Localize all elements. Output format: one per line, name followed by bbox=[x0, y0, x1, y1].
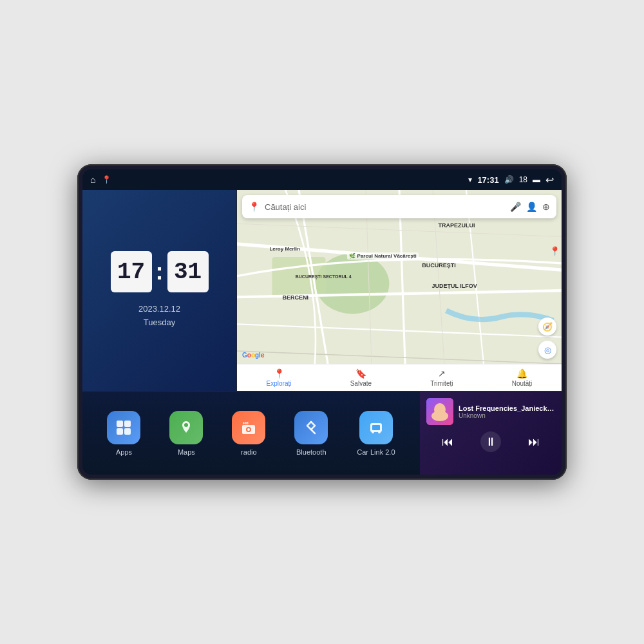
apps-icon bbox=[107, 411, 140, 444]
maps-icon-small: 📍 bbox=[249, 202, 260, 212]
carlink-label: Car Link 2.0 bbox=[357, 448, 395, 456]
app-item-maps[interactable]: Maps bbox=[169, 411, 203, 456]
clock-minutes: 31 bbox=[167, 251, 209, 292]
status-left-icons: ⌂ 📍 bbox=[90, 175, 111, 185]
svg-point-28 bbox=[431, 411, 448, 421]
svg-rect-15 bbox=[117, 428, 123, 435]
music-player: Lost Frequencies_Janieck Devy-... Unknow… bbox=[420, 392, 562, 475]
app-item-radio[interactable]: FM radio bbox=[232, 411, 265, 456]
music-controls: ⏮ ⏸ ⏭ bbox=[426, 431, 555, 452]
app-item-bluetooth[interactable]: Bluetooth bbox=[294, 411, 328, 456]
saved-icon: 🔖 bbox=[355, 368, 366, 379]
svg-point-17 bbox=[184, 423, 188, 427]
map-nav-explore[interactable]: 📍 Explorați bbox=[267, 368, 292, 387]
apps-section: Apps Maps bbox=[82, 392, 420, 475]
map-compass[interactable]: 🧭 bbox=[538, 317, 556, 336]
more-icon[interactable]: ⊕ bbox=[542, 202, 550, 212]
map-label-parc: 🌿 Parcul Natural Văcărești bbox=[347, 252, 418, 260]
maps-icon bbox=[169, 411, 203, 444]
music-artist: Unknown bbox=[459, 412, 555, 419]
svg-point-24 bbox=[372, 431, 374, 433]
volume-icon: 🔊 bbox=[504, 175, 514, 184]
map-label-sector4: BUCUREȘTI SECTORUL 4 bbox=[296, 274, 352, 279]
radio-label: radio bbox=[241, 448, 256, 456]
voice-search-icon[interactable]: 🎤 bbox=[510, 202, 521, 212]
account-icon[interactable]: 👤 bbox=[526, 202, 537, 212]
home-icon[interactable]: ⌂ bbox=[90, 175, 95, 185]
music-prev-button[interactable]: ⏮ bbox=[437, 431, 458, 452]
clock-date: 2023.12.12 Tuesday bbox=[138, 303, 180, 330]
top-row: 17 : 31 2023.12.12 Tuesday bbox=[82, 190, 562, 391]
clock-colon: : bbox=[156, 258, 164, 285]
svg-rect-16 bbox=[124, 428, 131, 435]
carlink-icon bbox=[359, 411, 393, 444]
send-label: Trimiteți bbox=[430, 380, 453, 387]
music-play-pause-button[interactable]: ⏸ bbox=[480, 431, 501, 452]
google-logo: Google bbox=[242, 352, 264, 359]
music-album-art bbox=[426, 398, 453, 425]
music-top: Lost Frequencies_Janieck Devy-... Unknow… bbox=[426, 398, 555, 425]
maps-status-icon[interactable]: 📍 bbox=[102, 175, 111, 184]
status-time: 17:31 bbox=[477, 175, 498, 185]
map-location-pin: 📍 bbox=[549, 246, 560, 256]
news-icon: 🔔 bbox=[516, 368, 527, 379]
map-search-text[interactable]: Căutați aici bbox=[265, 202, 505, 212]
app-item-apps[interactable]: Apps bbox=[107, 411, 140, 456]
send-icon: ↗ bbox=[438, 368, 446, 379]
svg-rect-14 bbox=[124, 421, 131, 427]
map-search-icons: 🎤 👤 ⊕ bbox=[510, 202, 550, 212]
music-info: Lost Frequencies_Janieck Devy-... Unknow… bbox=[459, 404, 555, 419]
map-bottom-bar: 📍 Explorați 🔖 Salvate ↗ Trimiteți 🔔 bbox=[237, 364, 562, 391]
map-zoom-button[interactable]: ◎ bbox=[538, 341, 556, 359]
svg-text:FM: FM bbox=[243, 421, 249, 425]
explore-icon: 📍 bbox=[274, 368, 285, 379]
map-label-leroy: Leroy Merlin bbox=[269, 246, 300, 252]
svg-rect-13 bbox=[117, 421, 123, 427]
main-area: 17 : 31 2023.12.12 Tuesday bbox=[82, 190, 562, 475]
signal-icon: ▾ bbox=[468, 175, 472, 184]
svg-rect-23 bbox=[372, 425, 380, 430]
map-nav-send[interactable]: ↗ Trimiteți bbox=[430, 368, 453, 387]
saved-label: Salvate bbox=[350, 380, 372, 387]
map-label-bucharest: BUCUREȘTI bbox=[422, 262, 456, 269]
clock-hours: 17 bbox=[111, 251, 152, 292]
device-screen: ⌂ 📍 ▾ 17:31 🔊 18 ▬ ↩ 17 : bbox=[82, 169, 562, 475]
bottom-row: Apps Maps bbox=[82, 391, 562, 475]
map-nav-saved[interactable]: 🔖 Salvate bbox=[350, 368, 372, 387]
battery-value: 18 bbox=[519, 175, 527, 184]
map-nav-news[interactable]: 🔔 Noutăți bbox=[512, 368, 533, 387]
map-label-ilfov: JUDEȚUL ILFOV bbox=[431, 283, 477, 289]
map-search-bar[interactable]: 📍 Căutați aici 🎤 👤 ⊕ bbox=[242, 195, 556, 218]
radio-icon: FM bbox=[232, 411, 265, 444]
maps-label: Maps bbox=[178, 448, 195, 456]
svg-point-25 bbox=[378, 431, 381, 433]
news-label: Noutăți bbox=[512, 380, 533, 387]
svg-point-20 bbox=[247, 428, 250, 431]
map-background bbox=[237, 190, 562, 391]
app-item-carlink[interactable]: Car Link 2.0 bbox=[357, 411, 395, 456]
status-bar: ⌂ 📍 ▾ 17:31 🔊 18 ▬ ↩ bbox=[82, 169, 562, 190]
device: ⌂ 📍 ▾ 17:31 🔊 18 ▬ ↩ 17 : bbox=[77, 164, 567, 480]
music-title: Lost Frequencies_Janieck Devy-... bbox=[459, 404, 555, 412]
apps-label: Apps bbox=[116, 448, 132, 456]
status-right-icons: ▾ 17:31 🔊 18 ▬ ↩ bbox=[468, 174, 554, 186]
bluetooth-icon bbox=[294, 411, 328, 444]
map-label-berceni: BERCENI bbox=[283, 294, 309, 301]
explore-label: Explorați bbox=[267, 380, 292, 387]
map-widget[interactable]: BUCUREȘTI JUDEȚUL ILFOV BERCENI TRAPEZUL… bbox=[237, 190, 562, 391]
battery-icon: ▬ bbox=[533, 175, 540, 184]
bluetooth-label: Bluetooth bbox=[296, 448, 326, 456]
clock-display: 17 : 31 bbox=[111, 251, 209, 292]
map-label-trapezului: TRAPEZULUI bbox=[438, 222, 475, 229]
clock-widget: 17 : 31 2023.12.12 Tuesday bbox=[82, 190, 237, 391]
music-next-button[interactable]: ⏭ bbox=[524, 431, 544, 452]
back-icon[interactable]: ↩ bbox=[545, 174, 554, 186]
